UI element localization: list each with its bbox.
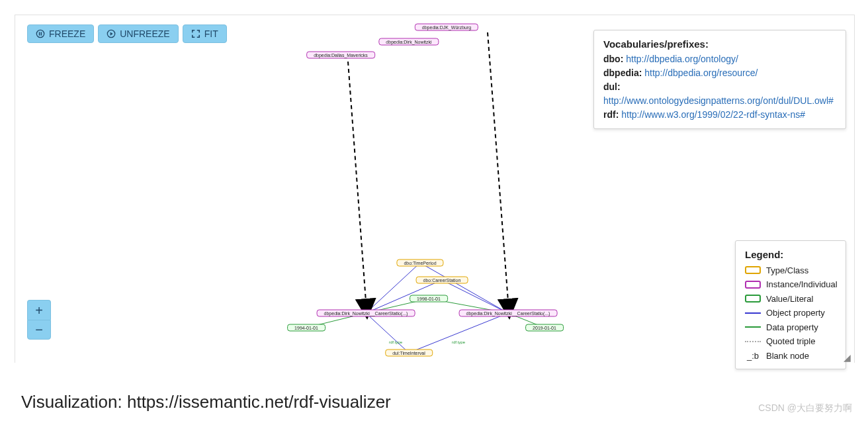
svg-line-6 bbox=[366, 263, 420, 313]
prefix-row: dbpedia: http://dbpedia.org/resource/ bbox=[603, 66, 836, 80]
graph-node-date_right[interactable]: 2019-01-01 bbox=[525, 324, 564, 332]
legend-label: Object property bbox=[766, 306, 825, 320]
prefix-row: dbo: http://dbpedia.org/ontology/ bbox=[603, 52, 836, 66]
legend-blank-icon: _:b bbox=[745, 350, 761, 363]
graph-node-cs_left[interactable]: dbpedia:Dirk_Nowitzki__CareerStatio(...) bbox=[317, 310, 415, 317]
legend-label: Data property bbox=[766, 321, 818, 334]
svg-line-9 bbox=[442, 280, 508, 313]
legend-line-object-icon bbox=[745, 312, 761, 314]
legend-label: Value/Literal bbox=[766, 293, 813, 306]
watermark: CSDN @大白要努力啊 bbox=[758, 402, 852, 414]
prefix-key: dbo: bbox=[603, 54, 626, 64]
prefixes-title: Vocabularies/prefixes: bbox=[603, 37, 836, 52]
prefix-link[interactable]: http://dbpedia.org/ontology/ bbox=[626, 54, 738, 64]
legend-label: Instance/Individual bbox=[766, 278, 838, 291]
svg-line-11 bbox=[409, 313, 508, 353]
legend-label: Quoted triple bbox=[766, 335, 815, 348]
svg-line-19 bbox=[488, 32, 508, 301]
prefix-key: dul: bbox=[603, 81, 621, 92]
legend-title: Legend: bbox=[745, 248, 836, 263]
legend-panel: Legend: Type/Class Instance/Individual V… bbox=[735, 240, 846, 369]
graph-node-top_mid[interactable]: dbpedia:Dirk_Nowitzki bbox=[378, 38, 439, 46]
prefixes-panel: Vocabularies/prefixes: dbo: http://dbped… bbox=[593, 30, 846, 129]
svg-text:rdf:type: rdf:type bbox=[389, 340, 403, 344]
graph-node-station[interactable]: dbo:CareerStation bbox=[416, 277, 468, 284]
prefix-link[interactable]: http://www.ontologydesignpatterns.org/on… bbox=[603, 95, 834, 106]
legend-label: Blank node bbox=[766, 350, 809, 363]
legend-swatch-type-icon bbox=[745, 266, 761, 274]
prefix-row: dul: http://www.ontologydesignpatterns.o… bbox=[603, 80, 836, 108]
legend-swatch-instance-icon bbox=[745, 281, 761, 289]
svg-line-7 bbox=[420, 263, 508, 313]
graph-node-cs_right[interactable]: dbpedia:Dirk_Nowitzki__CareerStatio(...) bbox=[459, 310, 558, 317]
prefix-link[interactable]: http://www.w3.org/1999/02/22-rdf-syntax-… bbox=[621, 109, 805, 120]
resize-grip-icon[interactable]: ◢ bbox=[844, 352, 853, 361]
graph-node-top_left[interactable]: dbpedia:Dallas_Mavericks bbox=[306, 52, 375, 59]
page-caption: Visualization: https://issemantic.net/rd… bbox=[21, 392, 391, 412]
prefix-link[interactable]: http://dbpedia.org/resource/ bbox=[644, 68, 758, 78]
graph-node-top_right[interactable]: dbpedia:DJK_Würzburg bbox=[415, 24, 478, 31]
legend-swatch-value-icon bbox=[745, 295, 761, 303]
svg-text:rdf:type: rdf:type bbox=[452, 340, 466, 344]
prefix-key: rdf: bbox=[603, 109, 621, 120]
graph-node-date_mid[interactable]: 1998-01-01 bbox=[410, 295, 448, 303]
svg-line-18 bbox=[348, 62, 366, 301]
graph-node-interval[interactable]: dul:TimeInterval bbox=[385, 350, 433, 357]
legend-line-quoted-icon bbox=[745, 341, 761, 342]
graph-node-period[interactable]: dbo:TimePeriod bbox=[396, 259, 443, 267]
graph-node-date_left[interactable]: 1994-01-01 bbox=[287, 324, 326, 332]
legend-label: Type/Class bbox=[766, 264, 808, 277]
prefix-key: dbpedia: bbox=[603, 68, 644, 78]
prefix-row: rdf: http://www.w3.org/1999/02/22-rdf-sy… bbox=[603, 108, 836, 122]
svg-line-10 bbox=[366, 313, 409, 353]
visualization-area[interactable]: FREEZE UNFREEZE FIT + − bbox=[15, 15, 855, 363]
legend-line-data-icon bbox=[745, 326, 761, 328]
